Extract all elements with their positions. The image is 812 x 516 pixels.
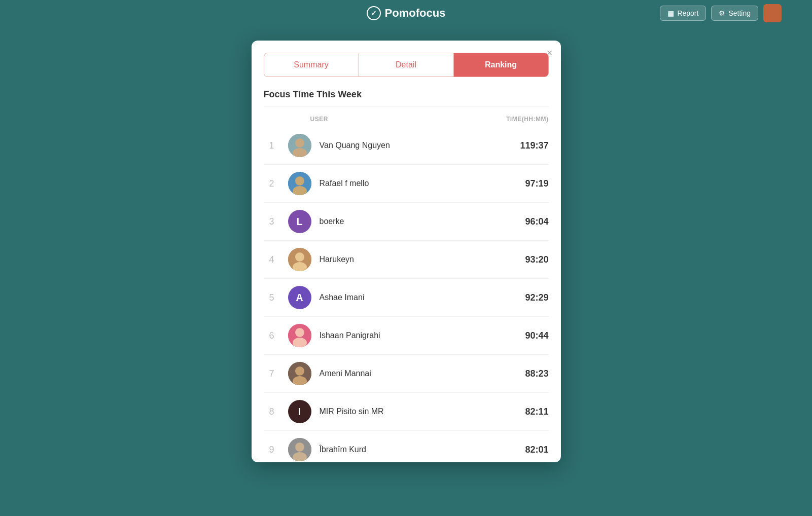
svg-point-10	[295, 328, 304, 337]
avatar	[288, 248, 311, 271]
table-row: 1 Van Quang Nguyen 119:37	[264, 127, 549, 165]
avatar: A	[288, 286, 311, 309]
user-name: MIR Pisito sin MR	[320, 407, 498, 416]
user-name: Ashae Imani	[320, 293, 498, 302]
svg-point-16	[295, 443, 304, 452]
rank-number: 5	[264, 292, 280, 303]
time-value: 90:44	[498, 330, 549, 341]
avatar	[288, 438, 311, 461]
avatar: I	[288, 400, 311, 423]
avatar	[288, 172, 311, 195]
svg-point-4	[295, 176, 304, 186]
time-value: 119:37	[498, 140, 549, 151]
table-row: 9 Îbrahîm Kurd 82:01	[264, 431, 549, 462]
table-row: 4 Harukeyn 93:20	[264, 241, 549, 279]
tab-group: Summary Detail Ranking	[264, 53, 549, 77]
tab-detail[interactable]: Detail	[359, 53, 454, 77]
time-value: 97:19	[498, 178, 549, 189]
user-name: Rafael f mello	[320, 179, 498, 188]
rank-number: 3	[264, 216, 280, 227]
time-value: 92:29	[498, 292, 549, 303]
table-row: 2 Rafael f mello 97:19	[264, 165, 549, 203]
time-value: 88:23	[498, 368, 549, 379]
table-row: 6 Ishaan Panigrahi 90:44	[264, 317, 549, 355]
user-name: boerke	[320, 217, 498, 226]
modal-scroll: Focus Time This Week USER TIME(HH:MM) 1	[252, 77, 561, 462]
rank-number: 4	[264, 254, 280, 265]
user-name: Ameni Mannai	[320, 369, 498, 378]
ranking-table: USER TIME(HH:MM) 1 Van	[264, 112, 549, 462]
user-name: Van Quang Nguyen	[320, 141, 498, 150]
table-row: 8 I MIR Pisito sin MR 82:11	[264, 393, 549, 431]
close-button[interactable]: ×	[547, 48, 553, 58]
rank-number: 8	[264, 407, 280, 417]
time-value: 82:11	[498, 407, 549, 417]
modal: × Summary Detail Ranking Focus Time This…	[252, 41, 561, 462]
rank-number: 1	[264, 140, 280, 151]
modal-overlay: × Summary Detail Ranking Focus Time This…	[0, 0, 812, 516]
table-row: 3 L boerke 96:04	[264, 203, 549, 241]
avatar	[288, 134, 311, 157]
user-name: Ishaan Panigrahi	[320, 331, 498, 340]
tab-ranking[interactable]: Ranking	[454, 53, 548, 77]
time-value: 93:20	[498, 254, 549, 265]
table-header: USER TIME(HH:MM)	[264, 112, 549, 127]
svg-point-1	[295, 138, 304, 148]
table-row: 5 A Ashae Imani 92:29	[264, 279, 549, 317]
tab-summary[interactable]: Summary	[264, 53, 359, 77]
time-value: 82:01	[498, 445, 549, 455]
header-time: TIME(HH:MM)	[498, 116, 549, 123]
header-user: USER	[284, 116, 498, 123]
rank-number: 2	[264, 178, 280, 189]
avatar: L	[288, 210, 311, 233]
user-name: Îbrahîm Kurd	[320, 445, 498, 454]
rank-number: 7	[264, 368, 280, 379]
svg-point-7	[295, 252, 304, 262]
svg-point-13	[295, 366, 304, 376]
time-value: 96:04	[498, 216, 549, 227]
modal-content: Focus Time This Week USER TIME(HH:MM) 1	[252, 77, 561, 462]
avatar	[288, 362, 311, 385]
table-row: 7 Ameni Mannai 88:23	[264, 355, 549, 393]
section-title: Focus Time This Week	[264, 89, 549, 106]
rank-number: 6	[264, 330, 280, 341]
user-name: Harukeyn	[320, 255, 498, 264]
rank-number: 9	[264, 445, 280, 455]
avatar	[288, 324, 311, 347]
